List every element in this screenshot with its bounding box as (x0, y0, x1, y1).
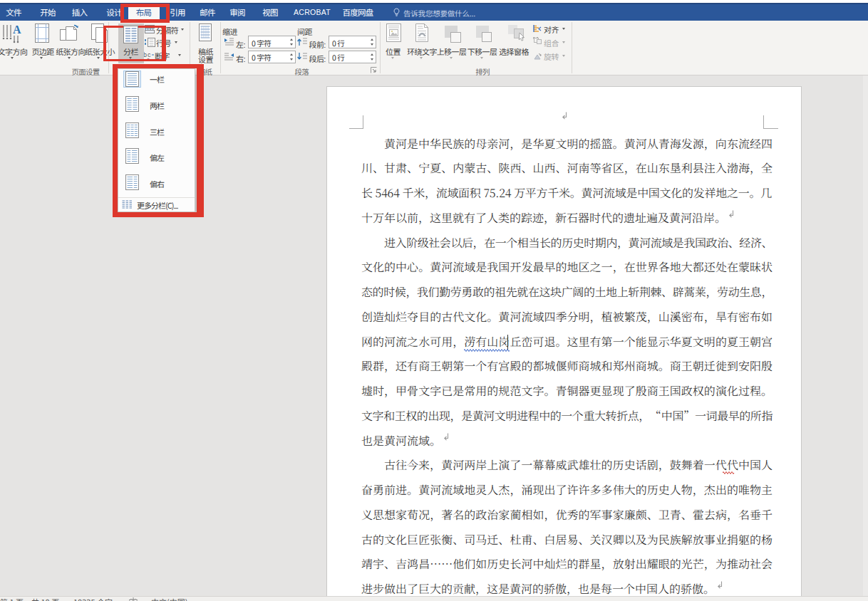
svg-text:A: A (13, 23, 21, 36)
